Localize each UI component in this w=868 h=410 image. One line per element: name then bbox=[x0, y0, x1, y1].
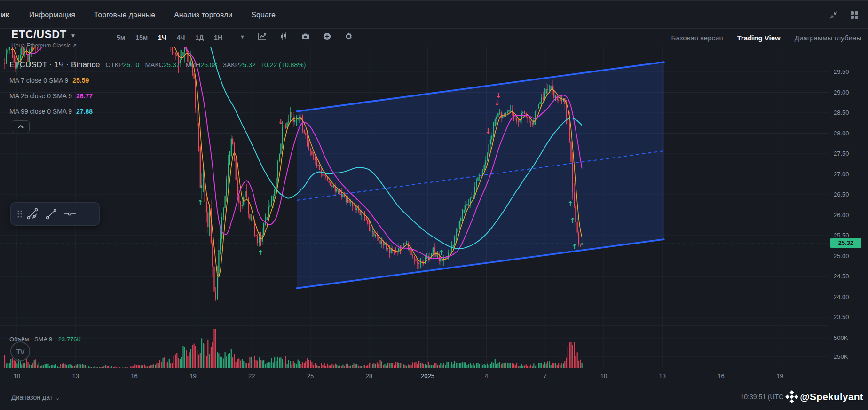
ma-legend-row: MA 99 close 0 SMA 927.88 bbox=[9, 107, 93, 116]
price-tick: 28.50 bbox=[834, 109, 849, 116]
ma-legend-row: MA 7 close 0 SMA 925.59 bbox=[9, 76, 89, 85]
nav-item-partial[interactable]: ик bbox=[1, 11, 9, 19]
ma-label: MA 99 close 0 SMA 9 bbox=[9, 108, 72, 115]
time-tick: 19 bbox=[776, 372, 783, 379]
nav-item-торговые-данные[interactable]: Торговые данные bbox=[94, 11, 155, 19]
time-tick: 16 bbox=[718, 372, 724, 379]
ma-label: MA 25 close 0 SMA 9 bbox=[9, 92, 72, 100]
timeframe-more-caret-icon[interactable]: ▼ bbox=[240, 34, 245, 39]
binance-diamond-logo bbox=[785, 390, 799, 404]
collapse-indicators-button[interactable] bbox=[12, 120, 30, 133]
timeframe-15м[interactable]: 15м bbox=[135, 34, 148, 41]
time-tick: 22 bbox=[248, 372, 255, 379]
price-tick: 27.00 bbox=[834, 171, 849, 178]
time-tick: 13 bbox=[72, 372, 79, 379]
svg-text:↑: ↑ bbox=[568, 200, 574, 208]
header-tool-icons: ▼ bbox=[240, 32, 353, 41]
ohlc-value: 25.37 bbox=[164, 61, 180, 69]
ohlc-value: 25.10 bbox=[123, 61, 139, 69]
nav-item-square[interactable]: Square bbox=[251, 11, 276, 19]
view-tab-базовая-версия[interactable]: Базовая версия bbox=[671, 34, 723, 42]
tradingview-logo-glyph: TV bbox=[16, 347, 24, 355]
symbol-subtitle-link[interactable]: Цена Ethereum Classic ↗ bbox=[11, 42, 77, 49]
symbol-selector[interactable]: ETC/USDT ▼ bbox=[11, 28, 77, 41]
date-range-button[interactable]: Диапазон дат⌄ bbox=[11, 394, 60, 401]
camera-screenshot-icon[interactable] bbox=[301, 32, 310, 41]
timeframe-1Д[interactable]: 1Д bbox=[195, 34, 204, 41]
price-tick: 24.00 bbox=[834, 293, 849, 300]
svg-text:↑: ↑ bbox=[572, 243, 578, 251]
nav-items: ИнформацияТорговые данныеАнализ торговли… bbox=[29, 11, 276, 19]
view-tab-trading-view[interactable]: Trading View bbox=[737, 34, 781, 42]
volume-sma-label: SMA 9 bbox=[34, 336, 52, 343]
drawing-tools-palette bbox=[10, 202, 100, 226]
ohlc-value: 25.08 bbox=[200, 61, 217, 69]
chevron-up-icon bbox=[18, 125, 24, 128]
ohlc-label: МАКС bbox=[145, 61, 163, 69]
drag-handle-icon[interactable] bbox=[16, 209, 23, 219]
add-alert-plus-icon[interactable] bbox=[323, 32, 331, 41]
apps-grid-icon[interactable] bbox=[850, 11, 859, 19]
footer-bar: Диапазон дат⌄ 10:39:51 (UTC @Spekulyant bbox=[0, 383, 868, 410]
timeframe-5м[interactable]: 5м bbox=[117, 34, 125, 41]
price-tick: 23.50 bbox=[834, 314, 849, 321]
svg-text:↑: ↑ bbox=[258, 249, 264, 257]
ohlc-label: МИН bbox=[186, 61, 201, 69]
indicators-icon[interactable] bbox=[258, 32, 267, 41]
price-tick: 25.00 bbox=[834, 252, 849, 260]
price-tick: 26.00 bbox=[834, 212, 849, 219]
timeframe-1Н[interactable]: 1Н bbox=[214, 34, 222, 41]
price-tick: 26.50 bbox=[834, 191, 849, 198]
timeframe-1Ч[interactable]: 1Ч bbox=[158, 34, 166, 41]
settings-gear-icon[interactable] bbox=[344, 32, 353, 41]
ma-value: 27.88 bbox=[76, 108, 93, 115]
binance-trading-view-page: { "topnav": { "partial_left": "ик", "ite… bbox=[0, 0, 868, 410]
time-tick: 19 bbox=[189, 372, 196, 379]
time-axis[interactable]: ⚙ 1013161922252820254710131619 bbox=[0, 369, 868, 383]
svg-text:↓: ↓ bbox=[494, 99, 500, 107]
ohlc-label: ЗАКР bbox=[222, 61, 239, 69]
svg-text:↑: ↑ bbox=[197, 198, 204, 207]
timeframe-4Ч[interactable]: 4Ч bbox=[177, 34, 185, 41]
nav-item-анализ-торговли[interactable]: Анализ торговли bbox=[174, 11, 232, 19]
svg-text:↓: ↓ bbox=[278, 118, 284, 126]
ma-value: 26.77 bbox=[76, 92, 93, 100]
time-tick: 16 bbox=[131, 372, 137, 379]
header-right-tabs: Базовая версияTrading ViewДиаграммы глуб… bbox=[671, 34, 861, 42]
volume-value: 23.776K bbox=[58, 336, 81, 343]
nav-right-icons bbox=[829, 1, 859, 28]
volume-legend: Объём SMA 9 23.776K bbox=[9, 335, 81, 343]
trend-line-extended-tool[interactable] bbox=[23, 205, 42, 222]
time-tick: 13 bbox=[659, 372, 666, 379]
nav-item-информация[interactable]: Информация bbox=[29, 11, 75, 19]
volume-tick: 500K bbox=[834, 334, 848, 341]
view-tab-диаграммы-глубины[interactable]: Диаграммы глубины bbox=[795, 34, 861, 42]
horizontal-line-tool[interactable] bbox=[61, 205, 79, 222]
price-tick: 29.00 bbox=[834, 89, 849, 96]
price-axis[interactable]: 29.5029.0028.5028.0027.5027.0026.5026.00… bbox=[829, 47, 868, 383]
time-tick: 7 bbox=[544, 372, 547, 379]
time-tick: 10 bbox=[14, 372, 20, 379]
ma-label: MA 7 close 0 SMA 9 bbox=[9, 77, 68, 84]
legend-symbol: ETCUSDT · 1Ч · Binance bbox=[9, 60, 100, 70]
price-change: +0.22 (+0.88%) bbox=[260, 61, 306, 69]
date-range-label: Диапазон дат bbox=[11, 394, 53, 401]
time-tick: 4 bbox=[485, 372, 488, 379]
chevron-down-icon: ⌄ bbox=[55, 395, 60, 401]
timeframe-row: 5м15м1Ч4Ч1Д1Н bbox=[117, 34, 222, 41]
ohlc-label: ОТКР bbox=[105, 61, 123, 69]
ohlc-value: 25.32 bbox=[239, 61, 256, 69]
collapse-window-icon[interactable] bbox=[829, 11, 838, 19]
clock-timestamp: 10:39:51 (UTC bbox=[740, 393, 783, 401]
tradingview-logo[interactable]: TV bbox=[10, 341, 30, 361]
time-tick: 25 bbox=[307, 372, 314, 379]
ohlc-values: ОТКР25.10МАКС25.37МИН25.08ЗАКР25.32 bbox=[100, 61, 255, 69]
candlestick-style-icon[interactable] bbox=[279, 32, 288, 41]
svg-text:↓: ↓ bbox=[496, 91, 502, 100]
price-tick: 24.50 bbox=[834, 273, 849, 280]
ma-legend-row: MA 25 close 0 SMA 926.77 bbox=[9, 92, 93, 100]
trend-line-tool[interactable] bbox=[42, 205, 61, 222]
time-tick: 2025 bbox=[421, 372, 434, 379]
top-navigation-bar: ик ИнформацияТорговые данныеАнализ торго… bbox=[0, 0, 868, 29]
last-price-badge: 25.32 bbox=[830, 238, 861, 248]
